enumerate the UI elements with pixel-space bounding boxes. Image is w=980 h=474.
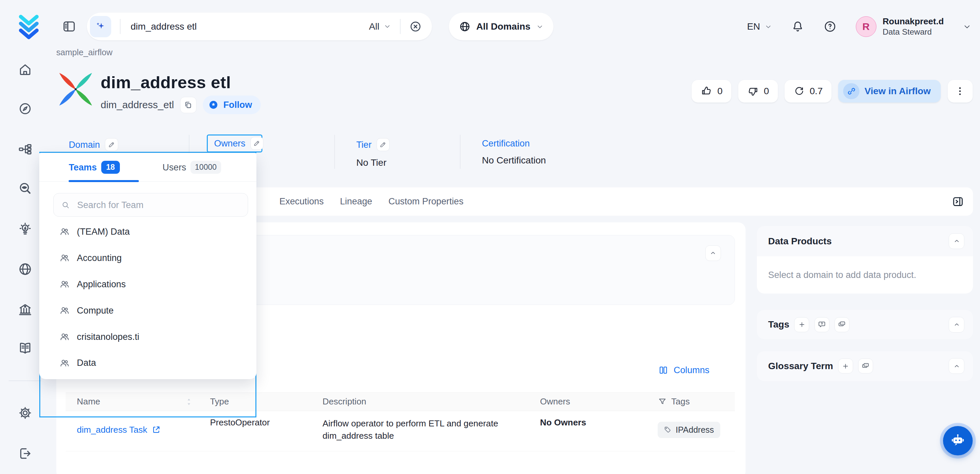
collapse-chevron-up-icon[interactable] — [949, 358, 964, 374]
request-tag-icon[interactable] — [815, 317, 829, 332]
edit-owners-icon[interactable] — [250, 137, 263, 150]
user-name: Rounakpreet.d — [883, 16, 944, 27]
help-icon[interactable] — [823, 20, 837, 33]
sidebar-item-glossary[interactable] — [18, 340, 33, 355]
col-header-description[interactable]: Description — [311, 396, 529, 408]
team-icon — [59, 358, 70, 369]
col-header-tags[interactable]: Tags — [647, 396, 735, 407]
global-search-bar[interactable]: All — [87, 13, 432, 40]
search-input[interactable] — [129, 21, 369, 33]
team-list-item[interactable]: crisitanolopes.ti — [39, 323, 256, 350]
entity-name: dim_address_etl — [100, 99, 174, 110]
tag-chip[interactable]: IPAddress — [658, 422, 720, 438]
team-list: (TEAM) Data Accounting Applications Comp… — [39, 219, 256, 376]
certification-label[interactable]: Certification — [482, 138, 530, 149]
globe-icon — [459, 21, 471, 33]
breadcrumb[interactable]: sample_airflow — [56, 48, 113, 57]
downvote-button[interactable]: 0 — [738, 80, 778, 103]
team-list-item[interactable]: Compute — [39, 297, 256, 323]
refresh-icon — [794, 86, 805, 97]
upvote-button[interactable]: 0 — [692, 80, 731, 103]
data-products-title: Data Products — [768, 236, 832, 247]
copy-icon[interactable] — [180, 97, 196, 113]
sidebar-item-domains[interactable] — [18, 262, 33, 277]
tab-teams[interactable]: Teams 18 — [68, 161, 119, 173]
col-header-name[interactable]: Name — [65, 396, 199, 407]
collapse-chevron-up-icon[interactable] — [949, 233, 964, 249]
app-root: All All Domains EN — [0, 0, 980, 474]
collapse-chevron-up-icon[interactable] — [949, 317, 964, 332]
sidebar-item-observability[interactable] — [18, 181, 33, 196]
sidebar-item-home[interactable] — [18, 62, 33, 77]
collapse-chevron-up-icon[interactable] — [705, 245, 721, 261]
lightbulb-icon — [18, 222, 33, 237]
sidebar-item-govern[interactable] — [18, 302, 33, 317]
tab-executions[interactable]: Executions — [279, 196, 324, 207]
follow-button[interactable]: Follow — [203, 95, 261, 114]
ai-sparkle-icon[interactable] — [90, 16, 111, 37]
search-icon — [61, 200, 70, 210]
team-list-item[interactable]: Data — [39, 350, 256, 376]
notifications-bell-icon[interactable] — [791, 20, 805, 33]
entity-subrow: dim_address_etl Follow — [100, 95, 261, 114]
user-menu[interactable]: R Rounakpreet.d Data Steward — [856, 16, 944, 37]
expand-panel-icon[interactable] — [951, 195, 964, 208]
tab-custom-properties[interactable]: Custom Properties — [388, 196, 463, 207]
tab-lineage[interactable]: Lineage — [340, 196, 372, 207]
app-logo-icon[interactable] — [16, 13, 42, 40]
col-header-owners[interactable]: Owners — [529, 396, 647, 407]
add-glossary-term-icon[interactable] — [838, 358, 853, 374]
sidebar-item-insights[interactable] — [18, 222, 33, 237]
team-search-box[interactable] — [53, 193, 248, 217]
task-type: PrestoOperator — [199, 417, 311, 442]
bank-icon — [18, 302, 33, 317]
sidebar-item-logout[interactable] — [18, 446, 33, 461]
filter-funnel-icon[interactable] — [658, 397, 667, 406]
page-title: dim_address etl — [100, 73, 231, 92]
all-domains-dropdown[interactable]: All Domains — [449, 13, 554, 40]
team-list-item[interactable]: (TEAM) Data — [39, 219, 256, 245]
divider — [400, 19, 401, 34]
owners-popup-tabs: Teams 18 Users 10000 — [39, 153, 256, 182]
search-scope-dropdown[interactable]: All — [369, 21, 391, 32]
team-search-input[interactable] — [76, 199, 240, 211]
team-icon — [59, 279, 70, 289]
tier-label[interactable]: Tier — [356, 140, 372, 150]
domain-label: Domain — [68, 140, 100, 150]
view-in-airflow-button[interactable]: View in Airflow — [838, 80, 940, 103]
sidebar-item-settings[interactable] — [18, 406, 33, 420]
home-icon — [18, 62, 33, 77]
edit-domain-icon[interactable] — [105, 138, 118, 151]
columns-button[interactable]: Columns — [654, 364, 713, 376]
team-list-item[interactable]: Applications — [39, 271, 256, 297]
globe-icon — [18, 262, 33, 277]
sidebar-toggle-icon[interactable] — [62, 19, 76, 33]
chevron-down-icon[interactable] — [963, 22, 971, 31]
sidebar-item-lineage[interactable] — [18, 142, 33, 157]
score-button[interactable]: 0.7 — [784, 80, 831, 103]
owners-label[interactable]: Owners — [214, 138, 245, 149]
clear-search-icon[interactable] — [409, 20, 422, 33]
avatar: R — [856, 16, 877, 37]
more-options-button[interactable] — [948, 80, 973, 103]
open-book-icon — [18, 340, 33, 355]
domain-block: Domain — [68, 138, 118, 151]
language-dropdown[interactable]: EN — [747, 21, 772, 32]
task-link[interactable]: dim_address Task — [77, 425, 161, 435]
tag-conversations-icon[interactable] — [834, 317, 850, 332]
glossary-conversations-icon[interactable] — [858, 358, 873, 374]
hierarchy-icon — [18, 142, 33, 157]
tab-users[interactable]: Users 10000 — [162, 161, 221, 173]
airflow-logo — [56, 70, 95, 108]
add-tag-icon[interactable] — [794, 317, 809, 332]
chat-bot-button[interactable] — [943, 426, 972, 455]
owners-popup: Teams 18 Users 10000 (TEAM) Data Account… — [39, 153, 256, 379]
tier-value: No Tier — [356, 157, 390, 168]
team-list-item[interactable]: Accounting — [39, 245, 256, 271]
gear-icon — [18, 406, 33, 420]
search-eye-icon — [18, 181, 33, 196]
sidebar-item-explore[interactable] — [18, 101, 33, 116]
col-header-type[interactable]: Type — [199, 396, 311, 407]
sort-icon[interactable] — [186, 398, 192, 406]
edit-tier-icon[interactable] — [377, 138, 390, 151]
